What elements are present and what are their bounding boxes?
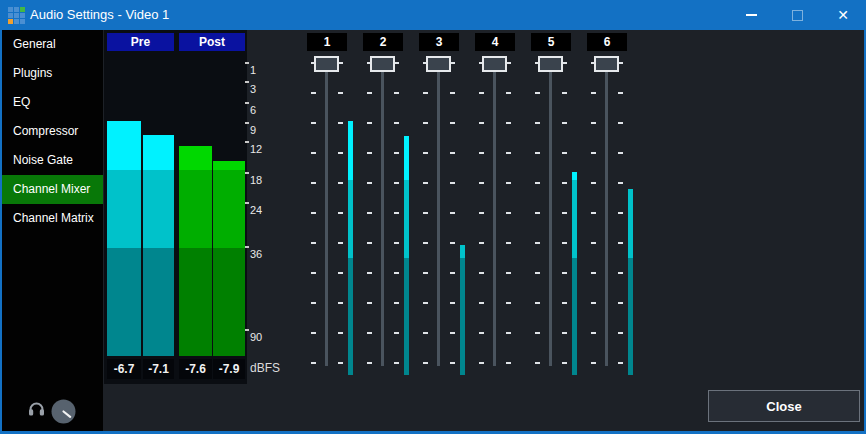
sidebar-item-general[interactable]: General (2, 30, 103, 59)
close-window-button[interactable]: ✕ (820, 0, 866, 30)
fader-tick (618, 152, 623, 154)
fader-tick (591, 302, 596, 304)
sidebar-item-compressor[interactable]: Compressor (2, 117, 103, 146)
fader-tick (338, 332, 343, 334)
channel-3-level-meter (460, 245, 465, 375)
fader-tick (311, 122, 316, 124)
fader-tick (394, 212, 399, 214)
sidebar-item-eq[interactable]: EQ (2, 88, 103, 117)
fader-tick (394, 362, 399, 364)
fader-tick (618, 242, 623, 244)
fader-tick (450, 122, 455, 124)
dbfs-unit-label: dBFS (250, 361, 280, 375)
fader-tick (479, 302, 484, 304)
fader-tick (591, 152, 596, 154)
scale-label-6: 6 (250, 104, 256, 116)
fader-tick (618, 92, 623, 94)
window-title: Audio Settings - Video 1 (30, 0, 169, 30)
scale-tick-1 (245, 62, 249, 64)
fader-tick (562, 272, 567, 274)
fader-tick (338, 152, 343, 154)
close-button[interactable]: Close (708, 390, 860, 422)
fader-tick (618, 332, 623, 334)
fader-tick (591, 212, 596, 214)
channel-2-fader-handle[interactable] (370, 56, 395, 72)
fader-tick (338, 242, 343, 244)
fader-tick (311, 212, 316, 214)
fader-tick (506, 242, 511, 244)
channel-5-fader-track[interactable] (549, 60, 552, 366)
channel-3-fader-track[interactable] (437, 60, 440, 366)
scale-label-1: 1 (250, 64, 256, 76)
channel-5-fader-handle[interactable] (538, 56, 563, 72)
fader-tick (535, 212, 540, 214)
minimize-button[interactable] (728, 0, 774, 30)
fader-tick (591, 332, 596, 334)
fader-tick (450, 302, 455, 304)
fader-tick (479, 182, 484, 184)
channel-5-level-meter (572, 172, 577, 375)
vmix-app-icon (8, 7, 25, 24)
fader-tick (591, 122, 596, 124)
scale-label-24: 24 (250, 204, 262, 216)
channel-header-6: 6 (587, 33, 627, 51)
sidebar-item-noise-gate[interactable]: Noise Gate (2, 146, 103, 175)
scale-tick-36 (245, 246, 249, 248)
channel-header-3: 3 (419, 33, 459, 51)
fader-tick (562, 332, 567, 334)
channel-6-fader-handle[interactable] (594, 56, 619, 72)
fader-tick (311, 92, 316, 94)
app-icon-square (14, 19, 19, 24)
fader-tick (338, 362, 343, 364)
app-icon-square (8, 19, 13, 24)
fader-tick (562, 302, 567, 304)
channel-1-fader-handle[interactable] (314, 56, 339, 72)
fader-tick (450, 362, 455, 364)
channel-4-fader-track[interactable] (493, 60, 496, 366)
maximize-button (774, 0, 820, 30)
fader-tick (311, 182, 316, 184)
sidebar-item-channel-matrix[interactable]: Channel Matrix (2, 204, 103, 233)
channel-3-fader-handle[interactable] (426, 56, 451, 72)
headphones-volume-knob[interactable] (51, 399, 76, 424)
fader-tick (367, 92, 372, 94)
app-icon-square (8, 7, 13, 12)
channel-1-fader-track[interactable] (325, 60, 328, 366)
fader-tick (479, 122, 484, 124)
post-db-value: -7.6 (179, 359, 212, 379)
fader-tick (506, 152, 511, 154)
channel-4-fader-handle[interactable] (482, 56, 507, 72)
fader-tick (423, 332, 428, 334)
fader-tick (338, 302, 343, 304)
fader-tick (394, 122, 399, 124)
fader-tick (618, 302, 623, 304)
fader-tick (591, 242, 596, 244)
fader-tick (506, 332, 511, 334)
channel-6-fader-track[interactable] (605, 60, 608, 366)
fader-tick (367, 122, 372, 124)
scale-label-36: 36 (250, 248, 262, 260)
channel-2-fader-track[interactable] (381, 60, 384, 366)
fader-tick (394, 332, 399, 334)
sidebar-item-channel-mixer[interactable]: Channel Mixer (2, 175, 103, 204)
fader-tick (535, 272, 540, 274)
fader-tick (562, 122, 567, 124)
pre-db-value: -6.7 (107, 359, 141, 379)
fader-tick (450, 212, 455, 214)
headphones-icon[interactable] (28, 401, 45, 417)
fader-tick (450, 92, 455, 94)
minimize-icon (746, 14, 757, 16)
fader-tick (367, 182, 372, 184)
fader-tick (367, 242, 372, 244)
fader-tick (591, 182, 596, 184)
fader-tick (479, 152, 484, 154)
fader-tick (618, 212, 623, 214)
fader-tick (506, 92, 511, 94)
channel-header-5: 5 (531, 33, 571, 51)
fader-tick (591, 362, 596, 364)
scale-label-12: 12 (250, 143, 262, 155)
sidebar-item-plugins[interactable]: Plugins (2, 59, 103, 88)
scale-tick-6 (245, 102, 249, 104)
fader-tick (367, 332, 372, 334)
channel-header-2: 2 (363, 33, 403, 51)
